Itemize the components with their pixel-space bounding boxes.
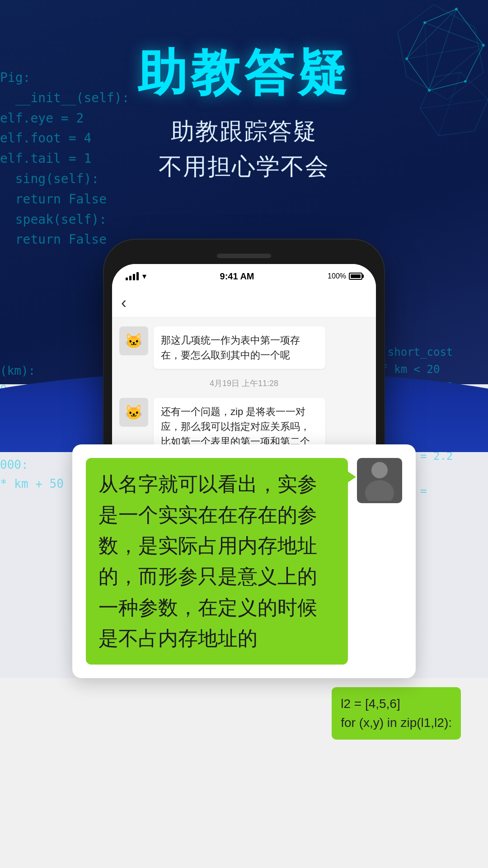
message-row-1: 🐱 那这几项统一作为表中第一项存在，要怎么取到其中的一个呢 bbox=[119, 326, 369, 369]
main-title: 助教答疑 bbox=[0, 45, 488, 100]
message-bubble-1: 那这几项统一作为表中第一项存在，要怎么取到其中的一个呢 bbox=[154, 326, 325, 369]
svg-point-18 bbox=[365, 480, 394, 501]
code-line-2: for (x,y) in zip(l1,l2): bbox=[341, 713, 452, 732]
large-bubble-card: 从名字就可以看出，实参是一个实实在在存在的参数，是实际占用内存地址的，而形参只是… bbox=[72, 444, 416, 678]
subtitle: 助教跟踪答疑 不用担心学不会 bbox=[0, 113, 488, 184]
phone-notch bbox=[112, 248, 376, 264]
bottom-code-message: l2 = [4,5,6] for (x,y) in zip(l1,l2): bbox=[27, 687, 461, 740]
person-silhouette-icon bbox=[361, 460, 398, 501]
user-avatar-2: 🐱 bbox=[119, 398, 148, 427]
battery-fill bbox=[351, 274, 361, 278]
code-line-1: l2 = [4,5,6] bbox=[341, 694, 452, 713]
svg-point-11 bbox=[455, 8, 458, 10]
battery-percentage: 100% bbox=[328, 272, 346, 280]
reply-avatar bbox=[357, 458, 402, 503]
status-left: ▾ bbox=[126, 271, 146, 281]
signal-icon bbox=[126, 272, 139, 280]
user-avatar-1: 🐱 bbox=[119, 326, 148, 355]
wifi-icon: ▾ bbox=[142, 271, 146, 281]
status-bar: ▾ 9:41 AM 100% bbox=[112, 264, 376, 288]
subtitle-line2: 不用担心学不会 bbox=[0, 149, 488, 184]
bottom-code-bubble: l2 = [4,5,6] for (x,y) in zip(l1,l2): bbox=[332, 687, 461, 740]
phone-speaker bbox=[217, 254, 271, 258]
reply-bubble: 从名字就可以看出，实参是一个实实在在存在的参数，是实际占用内存地址的，而形参只是… bbox=[86, 458, 348, 665]
svg-point-17 bbox=[371, 462, 388, 478]
large-bubble-overlay: 从名字就可以看出，实参是一个实实在在存在的参数，是实际占用内存地址的，而形参只是… bbox=[0, 444, 488, 678]
battery-icon bbox=[349, 273, 362, 280]
status-time: 9:41 AM bbox=[146, 271, 328, 282]
status-right: 100% bbox=[328, 272, 362, 280]
back-button[interactable]: ‹ bbox=[121, 293, 131, 312]
bottom-chat-section: l2 = [4,5,6] for (x,y) in zip(l1,l2): bbox=[0, 678, 488, 868]
subtitle-line1: 助教跟踪答疑 bbox=[0, 113, 488, 149]
svg-point-16 bbox=[423, 21, 426, 24]
chat-header: ‹ bbox=[112, 288, 376, 317]
message-timestamp: 4月19日 上午11:28 bbox=[119, 378, 369, 389]
title-area: 助教答疑 助教跟踪答疑 不用担心学不会 bbox=[0, 45, 488, 184]
